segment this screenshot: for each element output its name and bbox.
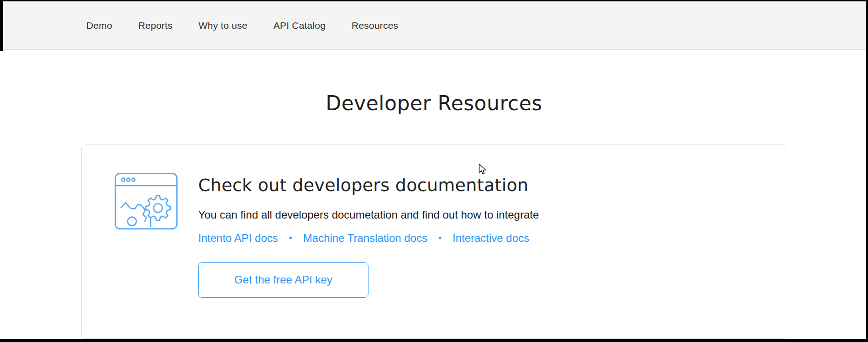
link-intento-api-docs[interactable]: Intento API docs [198, 232, 278, 245]
bullet-separator-icon: • [289, 233, 292, 243]
documentation-card: Check out developers documentation You c… [81, 144, 786, 339]
main-content: Developer Resources Check out developers… [0, 51, 868, 342]
page-title: Developer Resources [0, 91, 868, 115]
get-free-api-key-button[interactable]: Get the free API key [198, 262, 368, 298]
screenshot-frame-bottom [0, 339, 868, 342]
nav-item-demo[interactable]: Demo [86, 20, 112, 31]
doc-links-row: Intento API docs • Machine Translation d… [198, 232, 539, 245]
nav-item-reports[interactable]: Reports [138, 20, 173, 31]
link-machine-translation-docs[interactable]: Machine Translation docs [303, 232, 427, 245]
card-heading: Check out developers documentation [198, 175, 539, 196]
screenshot-frame-top [0, 0, 868, 1]
browser-window-gear-icon [115, 173, 178, 230]
bullet-separator-icon: • [438, 233, 442, 243]
link-interactive-docs[interactable]: Interactive docs [452, 232, 529, 245]
nav-item-why-to-use[interactable]: Why to use [199, 20, 247, 31]
card-subtitle: You can find all developers documetation… [198, 208, 539, 222]
nav-item-api-catalog[interactable]: API Catalog [274, 20, 326, 31]
card-body: Check out developers documentation You c… [198, 173, 539, 338]
screenshot-frame-left [0, 0, 3, 51]
screenshot-frame-right [866, 0, 868, 342]
top-navbar: Demo Reports Why to use API Catalog Reso… [0, 1, 868, 50]
nav-item-resources[interactable]: Resources [352, 20, 398, 31]
